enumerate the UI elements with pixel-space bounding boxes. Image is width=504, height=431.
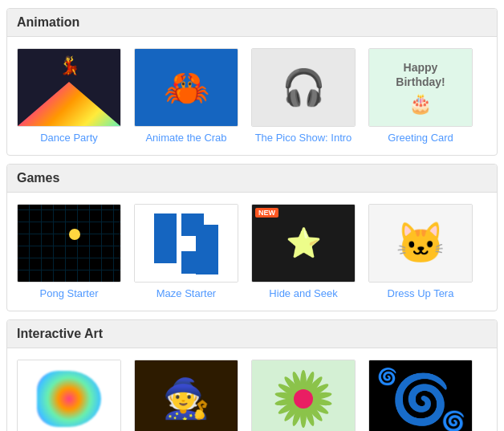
spiral-art-emoji3: 🌀 <box>377 367 397 386</box>
spiral-thumb-art: 🌀 🌀 🌀 <box>369 360 472 431</box>
maze-block-3 <box>196 225 218 274</box>
project-spiral-maker[interactable]: 🌀 🌀 🌀 Spiral Maker <box>368 360 473 431</box>
animate-crab-thumbnail <box>134 48 238 127</box>
maze-inner-art <box>154 213 218 274</box>
soundflower-thumbnail <box>251 360 356 431</box>
maze-label[interactable]: Maze Starter <box>156 287 216 299</box>
pong-label[interactable]: Pong Starter <box>40 287 99 299</box>
maze-block-1 <box>154 213 177 263</box>
wizard-thumb-art <box>135 360 238 431</box>
greeting-line1: Happy <box>404 61 438 74</box>
project-wizard-spells[interactable]: Wizard Spells <box>134 360 238 431</box>
pong-grid-art <box>18 205 120 282</box>
project-greeting-card[interactable]: Happy Birthday! 🎂 Greeting Card <box>368 48 473 144</box>
paint-gobo-thumbnail <box>17 360 121 431</box>
animate-crab-thumb-art <box>135 49 238 126</box>
animation-section: Animation Dance Party Animate the Crab T… <box>6 8 498 156</box>
hide-seek-thumb-art: NEW <box>252 205 355 282</box>
interactive-art-section: Interactive Art Paint with Gobo Wizard S… <box>6 319 498 431</box>
animate-crab-label[interactable]: Animate the Crab <box>145 132 226 144</box>
project-pico-show[interactable]: The Pico Show: Intro <box>251 48 356 144</box>
pico-show-thumbnail <box>251 48 356 127</box>
interactive-art-section-title: Interactive Art <box>17 327 103 340</box>
project-dress-tera[interactable]: Dress Up Tera <box>368 204 473 299</box>
project-paint-gobo[interactable]: Paint with Gobo <box>17 360 121 431</box>
dress-tera-thumbnail <box>368 204 473 283</box>
hide-seek-new-badge: NEW <box>255 208 278 218</box>
greeting-card-text: Happy Birthday! <box>396 60 445 89</box>
project-soundflower[interactable]: Soundflower <box>251 360 356 431</box>
pong-thumb-art <box>18 205 120 282</box>
greeting-cake-icon: 🎂 <box>408 92 433 115</box>
greeting-card-label[interactable]: Greeting Card <box>388 132 453 144</box>
dance-party-thumb-art <box>18 49 120 126</box>
soundflower-thumb-art <box>252 360 355 431</box>
greeting-card-thumb-art: Happy Birthday! 🎂 <box>369 49 472 126</box>
animation-section-title: Animation <box>17 15 79 29</box>
maze-block-4 <box>181 251 196 274</box>
wizard-spells-thumbnail <box>134 360 238 431</box>
pico-show-thumb-art <box>252 49 355 126</box>
maze-thumb-art <box>135 205 238 282</box>
pico-show-label[interactable]: The Pico Show: Intro <box>255 132 352 144</box>
games-projects-grid: Pong Starter Maze Starter N <box>7 193 497 311</box>
games-section: Games Pong Starter <box>6 164 498 311</box>
maze-thumbnail <box>134 204 238 283</box>
paint-gobo-thumb-art <box>18 360 120 431</box>
project-maze-starter[interactable]: Maze Starter <box>134 204 238 299</box>
greeting-line2: Birthday! <box>396 75 445 88</box>
project-pong-starter[interactable]: Pong Starter <box>17 204 121 299</box>
dance-party-thumbnail <box>17 48 121 127</box>
project-dance-party[interactable]: Dance Party <box>17 48 121 144</box>
dress-tera-label[interactable]: Dress Up Tera <box>388 287 454 299</box>
dance-party-label[interactable]: Dance Party <box>40 132 98 144</box>
greeting-card-thumbnail: Happy Birthday! 🎂 <box>368 48 473 127</box>
games-section-title: Games <box>17 171 59 185</box>
hide-seek-thumbnail: NEW <box>251 204 356 283</box>
spiral-art-emoji2: 🌀 <box>441 410 465 431</box>
games-section-header: Games <box>7 165 497 193</box>
project-animate-crab[interactable]: Animate the Crab <box>134 48 238 144</box>
pong-thumbnail <box>17 204 121 283</box>
animation-section-header: Animation <box>7 9 497 37</box>
dress-tera-thumb-art <box>369 205 472 282</box>
animation-projects-grid: Dance Party Animate the Crab The Pico Sh… <box>7 37 497 155</box>
hide-seek-label[interactable]: Hide and Seek <box>269 287 337 299</box>
interactive-art-section-header: Interactive Art <box>7 320 497 348</box>
spiral-maker-thumbnail: 🌀 🌀 🌀 <box>368 360 473 431</box>
paint-worm-art <box>37 371 101 427</box>
flower-center-art <box>294 389 313 409</box>
pong-ball-art <box>69 229 80 240</box>
interactive-art-projects-grid: Paint with Gobo Wizard Spells <box>7 348 497 431</box>
project-hide-seek[interactable]: NEW Hide and Seek <box>251 204 356 299</box>
